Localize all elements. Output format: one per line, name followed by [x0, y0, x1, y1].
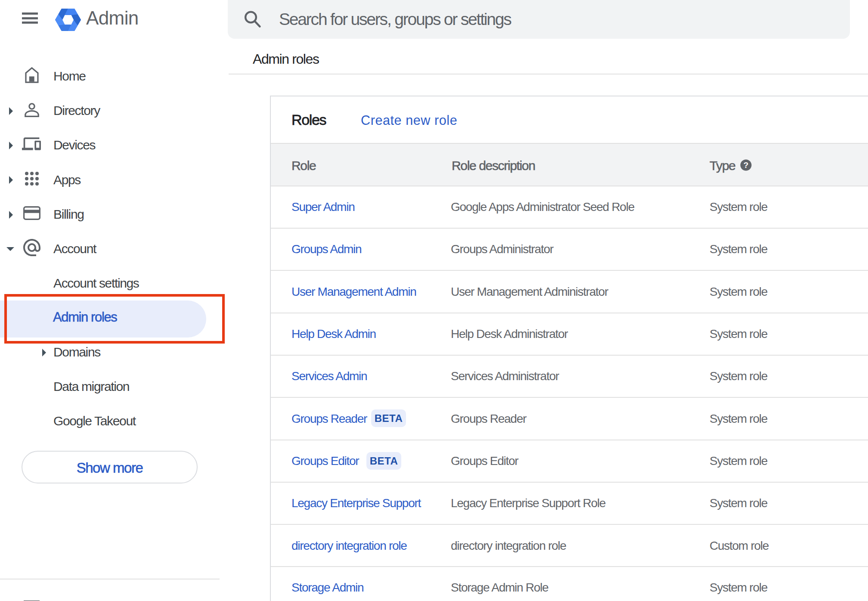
- svg-text:?: ?: [744, 161, 749, 170]
